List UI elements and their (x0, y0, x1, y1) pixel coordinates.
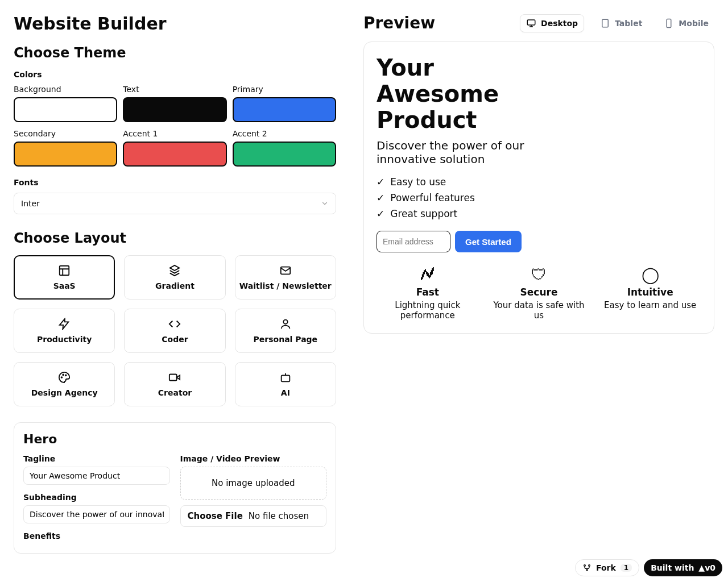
built-with-label: Built with (651, 563, 694, 572)
code-icon (168, 318, 181, 330)
hero-editor-card: Hero Tagline Subheading Benefits Image /… (14, 422, 336, 554)
monitor-icon (526, 18, 536, 28)
built-with-brand: ▲v0 (698, 563, 715, 572)
zap-icon (58, 318, 71, 330)
smartphone-icon (664, 18, 674, 28)
svg-rect-7 (281, 375, 289, 381)
subheading-label: Subheading (23, 493, 170, 502)
swatch-label-accent1: Accent 1 (123, 129, 226, 138)
preview-surface: Your Awesome Product Discover the power … (363, 41, 714, 334)
svg-point-2 (283, 320, 287, 324)
font-select[interactable]: Inter (14, 193, 336, 214)
fonts-label: Fonts (14, 178, 336, 187)
layout-card-label: AI (281, 388, 290, 397)
file-picker-status: No file chosen (249, 511, 309, 521)
device-label: Tablet (615, 19, 642, 28)
fork-button[interactable]: Fork 1 (575, 559, 639, 576)
feature-name: Intuitive (599, 286, 701, 298)
swatch-label-secondary: Secondary (14, 129, 117, 138)
colors-label: Colors (14, 70, 336, 79)
color-swatch-background[interactable] (14, 97, 117, 122)
feature-desc: Easy to learn and use (599, 300, 701, 310)
image-dropzone[interactable]: No image uploaded (180, 467, 327, 500)
layout-card-ai[interactable]: AI (235, 362, 336, 406)
subheading-input[interactable] (23, 505, 170, 523)
layout-card-saas[interactable]: SaaS (14, 255, 115, 300)
color-swatch-secondary[interactable] (14, 142, 117, 167)
feature-icon: 🛡 (488, 267, 590, 283)
dropzone-text: No image uploaded (212, 478, 295, 488)
device-desktop-button[interactable]: Desktop (520, 14, 584, 32)
layout-card-label: Personal Page (254, 335, 318, 344)
layout-card-agency[interactable]: Design Agency (14, 362, 115, 406)
svg-rect-6 (169, 375, 177, 381)
swatch-label-primary: Primary (233, 85, 336, 94)
layout-card-coder[interactable]: Coder (124, 309, 225, 353)
layout-card-label: Waitlist / Newsletter (239, 281, 332, 290)
preview-benefits-list: ✓Easy to use ✓Powerful features ✓Great s… (377, 176, 701, 219)
feature-name: Fast (377, 286, 479, 298)
swatch-label-background: Background (14, 85, 117, 94)
tagline-label: Tagline (23, 454, 170, 463)
device-label: Mobile (679, 19, 709, 28)
svg-point-5 (65, 375, 67, 376)
choose-theme-heading: Choose Theme (14, 45, 336, 61)
preview-get-started-button[interactable]: Get Started (455, 231, 522, 252)
svg-point-11 (584, 565, 586, 567)
video-icon (168, 371, 181, 384)
palette-icon (58, 371, 71, 384)
device-mobile-button[interactable]: Mobile (658, 15, 714, 32)
color-swatch-text[interactable] (123, 97, 226, 122)
editor-panel[interactable]: Website Builder Choose Theme Colors Back… (0, 0, 350, 582)
feature-card: 🗲 Fast Lightning quick performance (377, 267, 479, 321)
swatch-label-accent2: Accent 2 (233, 129, 336, 138)
svg-rect-8 (527, 20, 535, 25)
layers-icon (168, 264, 181, 277)
layout-card-label: Productivity (37, 335, 92, 344)
layout-card-creator[interactable]: Creator (124, 362, 225, 406)
bot-icon (279, 371, 292, 384)
color-swatch-accent1[interactable] (123, 142, 226, 167)
feature-icon: ◯ (599, 267, 701, 283)
tagline-input[interactable] (23, 467, 170, 485)
file-picker[interactable]: Choose File No file chosen (180, 505, 327, 527)
layout-card-gradient[interactable]: Gradient (124, 255, 225, 300)
choose-layout-heading: Choose Layout (14, 230, 336, 246)
benefit-item: Great support (390, 208, 457, 219)
font-select-value: Inter (21, 199, 40, 208)
feature-desc: Lightning quick performance (377, 300, 479, 321)
feature-card: ◯ Intuitive Easy to learn and use (599, 267, 701, 321)
feature-desc: Your data is safe with us (488, 300, 590, 321)
benefit-item: Powerful features (390, 192, 475, 203)
svg-point-12 (589, 565, 590, 567)
layout-card-label: Gradient (155, 281, 195, 290)
check-icon: ✓ (377, 192, 384, 203)
svg-point-13 (586, 569, 588, 571)
mail-icon (279, 264, 292, 277)
layout-card-label: SaaS (53, 281, 76, 290)
layout-icon (58, 264, 71, 277)
feature-card: 🛡 Secure Your data is safe with us (488, 267, 590, 321)
color-swatch-primary[interactable] (233, 97, 336, 122)
built-with-badge[interactable]: Built with ▲v0 (644, 559, 722, 576)
benefit-item: Easy to use (390, 176, 446, 188)
layout-card-productivity[interactable]: Productivity (14, 309, 115, 353)
layout-card-personal[interactable]: Personal Page (235, 309, 336, 353)
app-title: Website Builder (14, 14, 336, 34)
preview-panel: Preview Desktop Tablet Mobile Your Aweso… (350, 0, 728, 582)
benefits-label: Benefits (23, 531, 170, 541)
layout-card-label: Creator (158, 388, 192, 397)
color-swatch-accent2[interactable] (233, 142, 336, 167)
device-tablet-button[interactable]: Tablet (594, 15, 648, 32)
check-icon: ✓ (377, 176, 384, 188)
svg-rect-9 (602, 19, 609, 27)
svg-rect-0 (60, 266, 69, 276)
chevron-down-icon (321, 199, 329, 207)
user-icon (279, 318, 292, 330)
tablet-icon (600, 18, 610, 28)
swatch-label-text: Text (123, 85, 226, 94)
svg-rect-10 (667, 19, 672, 27)
layout-card-waitlist[interactable]: Waitlist / Newsletter (235, 255, 336, 300)
preview-email-input[interactable] (377, 231, 450, 252)
hero-editor-heading: Hero (23, 432, 326, 446)
